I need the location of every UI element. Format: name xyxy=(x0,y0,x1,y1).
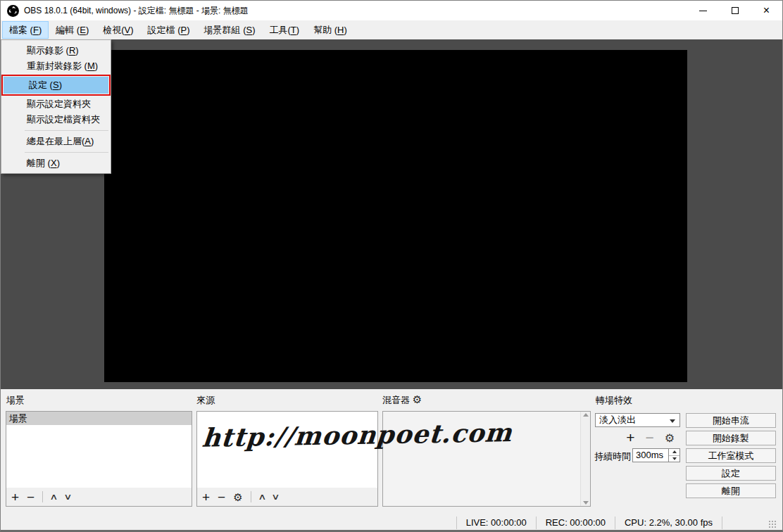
file-menu-item-show-recordings[interactable]: 顯示錄影 (R) xyxy=(1,43,111,58)
maximize-button[interactable] xyxy=(719,1,751,20)
menu-item-text: 重新封裝錄影 ( xyxy=(27,61,87,71)
remove-source-icon[interactable]: − xyxy=(218,490,225,504)
scenes-toolbar: + − ∧ ∨ xyxy=(6,488,192,506)
minimize-button[interactable] xyxy=(687,1,719,20)
studio-mode-button[interactable]: 工作室模式 xyxy=(686,448,776,463)
status-divider xyxy=(615,517,615,529)
remove-transition-icon[interactable]: − xyxy=(645,429,653,446)
cpu-usage: CPU: 2.2%, 30.00 fps xyxy=(625,517,713,528)
menu-item-mnemonic: S xyxy=(53,80,59,90)
add-source-icon[interactable]: + xyxy=(202,490,210,504)
remove-scene-icon[interactable]: − xyxy=(27,490,35,504)
file-menu-dropdown: 顯示錄影 (R) 重新封裝錄影 (M) 設定 (S) 顯示設定資料夾 顯示設定檔… xyxy=(1,39,111,174)
toolbar-divider xyxy=(42,491,43,502)
spinner-buttons xyxy=(668,449,679,462)
menu-label: 編輯 ( xyxy=(56,22,80,38)
menu-label: 場景群組 ( xyxy=(204,22,246,38)
mixer-scrollbar[interactable] xyxy=(580,412,590,506)
menu-bar: 檔案 (F) 編輯 (E) 檢視(V) 設定檔 (P) 場景群組 (S) 工具(… xyxy=(1,20,782,39)
file-menu-item-settings[interactable]: 設定 (S) xyxy=(4,77,108,94)
close-button[interactable]: × xyxy=(751,1,782,20)
menu-scene-collection[interactable]: 場景群組 (S) xyxy=(197,21,263,39)
mixer-panel-label: 混音器 ⚙ xyxy=(382,394,422,407)
scroll-down-icon[interactable] xyxy=(583,501,589,505)
sources-toolbar: + − ⚙ ∧ ∨ xyxy=(197,488,377,506)
menu-item-text: ) xyxy=(95,61,98,71)
duration-spinner[interactable]: 300ms xyxy=(632,448,680,462)
file-menu-item-remux-recordings[interactable]: 重新封裝錄影 (M) xyxy=(1,58,111,74)
menu-tools[interactable]: 工具(T) xyxy=(263,21,307,39)
exit-button[interactable]: 離開 xyxy=(686,483,776,498)
transition-properties-gear-icon[interactable]: ⚙ xyxy=(665,431,675,445)
move-source-down-icon[interactable]: ∨ xyxy=(272,492,280,502)
menu-mnemonic: T xyxy=(291,22,296,38)
start-recording-button[interactable]: 開始錄製 xyxy=(686,431,776,445)
program-canvas[interactable] xyxy=(104,50,687,382)
menu-label: ) xyxy=(39,22,42,38)
menu-mnemonic: F xyxy=(33,22,39,38)
move-scene-down-icon[interactable]: ∨ xyxy=(63,492,72,502)
transition-selected-value: 淡入淡出 xyxy=(599,414,636,426)
status-divider xyxy=(456,517,457,529)
source-properties-gear-icon[interactable]: ⚙ xyxy=(233,492,242,502)
mixer-settings-gear-icon[interactable]: ⚙ xyxy=(413,393,422,405)
scene-list-item[interactable]: 場景 xyxy=(6,412,192,425)
obs-logo-icon xyxy=(7,5,19,17)
menu-item-text: 顯示設定檔資料夾 xyxy=(27,114,100,125)
menu-item-text: 總是在最上層( xyxy=(27,136,84,146)
menu-label: ) xyxy=(86,22,89,38)
add-transition-icon[interactable]: + xyxy=(626,429,634,446)
obs-window: OBS 18.0.1 (64bit, windows) - 設定檔: 無標題 -… xyxy=(0,0,783,532)
menu-help[interactable]: 幫助 (H) xyxy=(306,21,354,39)
scenes-list[interactable]: 場景 xyxy=(6,412,192,488)
menu-item-mnemonic: X xyxy=(51,158,57,168)
move-scene-up-icon[interactable]: ∧ xyxy=(49,492,58,502)
add-scene-icon[interactable]: + xyxy=(11,490,19,504)
watermark-text: http://moonpoet.com xyxy=(201,417,513,452)
menu-item-text: ) xyxy=(57,158,60,168)
sources-panel-label: 來源 xyxy=(196,394,215,407)
menu-file[interactable]: 檔案 (F) xyxy=(2,21,49,39)
minimize-icon xyxy=(699,11,707,11)
file-menu-item-exit[interactable]: 離開 (X) xyxy=(1,156,111,171)
transition-select[interactable]: 淡入淡出 xyxy=(595,413,680,427)
close-icon: × xyxy=(763,5,770,16)
menu-mnemonic: E xyxy=(80,22,86,38)
menu-item-text: 顯示錄影 ( xyxy=(27,45,69,56)
resize-grip[interactable] xyxy=(768,520,777,528)
menu-mnemonic: S xyxy=(246,22,253,38)
file-menu-item-show-settings-folder[interactable]: 顯示設定資料夾 xyxy=(1,96,111,112)
spin-down-button[interactable] xyxy=(669,456,679,462)
move-source-up-icon[interactable]: ∧ xyxy=(258,492,266,502)
menu-label: 檔案 ( xyxy=(9,22,33,38)
scenes-panel-label: 場景 xyxy=(6,394,25,407)
rec-time: REC: 00:00:00 xyxy=(546,517,606,528)
menu-item-mnemonic: R xyxy=(69,45,75,56)
menu-item-mnemonic: A xyxy=(84,136,91,146)
menu-label: 幫助 ( xyxy=(313,22,337,38)
duration-value: 300ms xyxy=(633,449,668,462)
triangle-down-icon xyxy=(672,457,677,460)
file-menu-item-always-on-top[interactable]: 總是在最上層(A) xyxy=(1,134,111,149)
menu-item-text: ) xyxy=(59,80,62,90)
menu-edit[interactable]: 編輯 (E) xyxy=(49,21,96,39)
title-bar: OBS 18.0.1 (64bit, windows) - 設定檔: 無標題 -… xyxy=(1,1,782,20)
settings-button[interactable]: 設定 xyxy=(686,466,776,481)
menu-label: ) xyxy=(296,22,299,38)
menu-item-text: 顯示設定資料夾 xyxy=(27,99,91,109)
menu-label: ) xyxy=(344,22,347,38)
menu-item-mnemonic: M xyxy=(87,61,95,71)
duration-label: 持續時間 xyxy=(594,450,631,463)
status-bar: LIVE: 00:00:00 REC: 00:00:00 CPU: 2.2%, … xyxy=(1,514,782,531)
scroll-up-icon[interactable] xyxy=(583,413,589,417)
menu-profile[interactable]: 設定檔 (P) xyxy=(141,21,197,39)
menu-view[interactable]: 檢視(V) xyxy=(96,21,140,39)
menu-mnemonic: H xyxy=(337,22,344,38)
menu-mnemonic: V xyxy=(125,22,131,38)
file-menu-item-show-profile-folder[interactable]: 顯示設定檔資料夾 xyxy=(1,112,111,127)
start-streaming-button[interactable]: 開始串流 xyxy=(686,413,776,428)
mixer-label-text: 混音器 xyxy=(382,395,410,405)
spin-up-button[interactable] xyxy=(669,449,679,456)
menu-label: 工具( xyxy=(270,22,291,38)
status-divider xyxy=(536,517,537,529)
